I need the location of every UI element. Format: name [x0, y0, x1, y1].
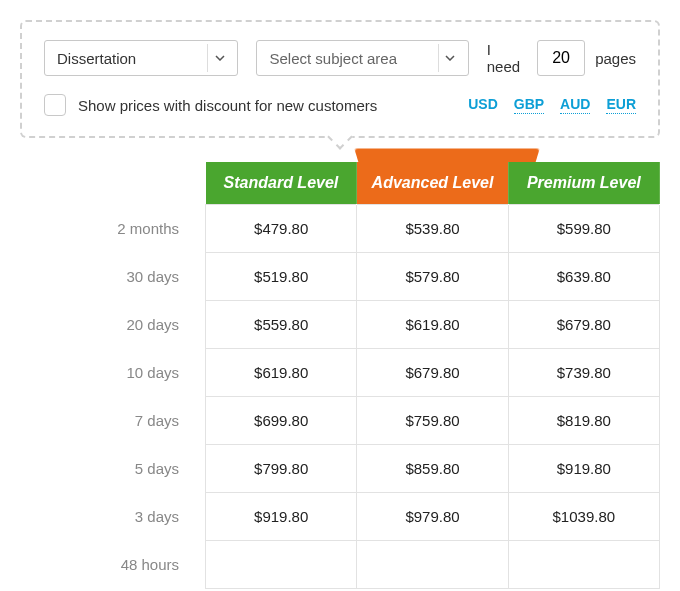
table-row: $919.80 $979.80 $1039.80: [206, 492, 660, 540]
col-premium[interactable]: Premium Level: [508, 162, 659, 204]
deadline-label: 5 days: [20, 444, 205, 492]
table-row: $799.80 $859.80 $919.80: [206, 444, 660, 492]
filter-panel: Dissertation Select subject area I need …: [20, 20, 660, 138]
price-area: 2 months 30 days 20 days 10 days 7 days …: [20, 162, 660, 589]
panel-notch-icon: [327, 124, 352, 149]
price-grid: Standard Level Advanced Level Premium Le…: [205, 162, 660, 589]
currency-aud[interactable]: AUD: [560, 96, 590, 114]
price-cell[interactable]: $619.80: [357, 300, 508, 348]
price-cell[interactable]: $599.80: [508, 204, 659, 252]
table-row: $479.80 $539.80 $599.80: [206, 204, 660, 252]
currency-gbp[interactable]: GBP: [514, 96, 544, 114]
filter-row-controls: Dissertation Select subject area I need …: [44, 40, 636, 76]
price-cell[interactable]: $539.80: [357, 204, 508, 252]
deadline-label: 20 days: [20, 300, 205, 348]
price-cell[interactable]: $799.80: [206, 444, 357, 492]
col-standard[interactable]: Standard Level: [206, 162, 357, 204]
subject-area-select[interactable]: Select subject area: [256, 40, 468, 76]
discount-checkbox[interactable]: [44, 94, 66, 116]
table-row: $559.80 $619.80 $679.80: [206, 300, 660, 348]
price-cell[interactable]: [357, 540, 508, 588]
price-cell[interactable]: $919.80: [508, 444, 659, 492]
deadline-label: 3 days: [20, 492, 205, 540]
pages-group: I need pages: [487, 40, 636, 76]
subject-area-placeholder: Select subject area: [269, 50, 397, 67]
filter-row-options: Show prices with discount for new custom…: [44, 94, 636, 116]
chevron-down-icon: [438, 44, 462, 72]
price-cell[interactable]: $699.80: [206, 396, 357, 444]
price-cell[interactable]: $859.80: [357, 444, 508, 492]
table-header-row: Standard Level Advanced Level Premium Le…: [206, 162, 660, 204]
price-cell[interactable]: $579.80: [357, 252, 508, 300]
discount-checkbox-wrap[interactable]: Show prices with discount for new custom…: [44, 94, 377, 116]
price-cell[interactable]: $619.80: [206, 348, 357, 396]
price-cell[interactable]: [508, 540, 659, 588]
price-cell[interactable]: $519.80: [206, 252, 357, 300]
table-row: $519.80 $579.80 $639.80: [206, 252, 660, 300]
price-cell[interactable]: $919.80: [206, 492, 357, 540]
document-type-value: Dissertation: [57, 50, 136, 67]
document-type-select[interactable]: Dissertation: [44, 40, 238, 76]
table-row: $699.80 $759.80 $819.80: [206, 396, 660, 444]
deadline-label: 30 days: [20, 252, 205, 300]
table-row: [206, 540, 660, 588]
deadline-label: 10 days: [20, 348, 205, 396]
currency-eur[interactable]: EUR: [606, 96, 636, 114]
price-table: Standard Level Advanced Level Premium Le…: [205, 162, 660, 589]
chevron-down-icon: [207, 44, 231, 72]
table-row: $619.80 $679.80 $739.80: [206, 348, 660, 396]
col-advanced[interactable]: Advanced Level: [357, 162, 508, 204]
deadline-label: 2 months: [20, 204, 205, 252]
deadline-labels: 2 months 30 days 20 days 10 days 7 days …: [20, 162, 205, 589]
price-cell[interactable]: $679.80: [508, 300, 659, 348]
discount-label: Show prices with discount for new custom…: [78, 97, 377, 114]
price-cell[interactable]: $819.80: [508, 396, 659, 444]
price-cell[interactable]: $1039.80: [508, 492, 659, 540]
currency-switcher: USD GBP AUD EUR: [468, 96, 636, 114]
price-cell[interactable]: $679.80: [357, 348, 508, 396]
deadline-label: 48 hours: [20, 540, 205, 588]
price-cell[interactable]: $639.80: [508, 252, 659, 300]
deadline-label: 7 days: [20, 396, 205, 444]
price-cell[interactable]: $759.80: [357, 396, 508, 444]
pages-label: pages: [595, 50, 636, 67]
price-cell[interactable]: $739.80: [508, 348, 659, 396]
price-cell[interactable]: $979.80: [357, 492, 508, 540]
price-cell[interactable]: $479.80: [206, 204, 357, 252]
price-cell[interactable]: $559.80: [206, 300, 357, 348]
pages-input[interactable]: [537, 40, 585, 76]
currency-usd[interactable]: USD: [468, 96, 498, 114]
need-label: I need: [487, 41, 527, 75]
price-cell[interactable]: [206, 540, 357, 588]
